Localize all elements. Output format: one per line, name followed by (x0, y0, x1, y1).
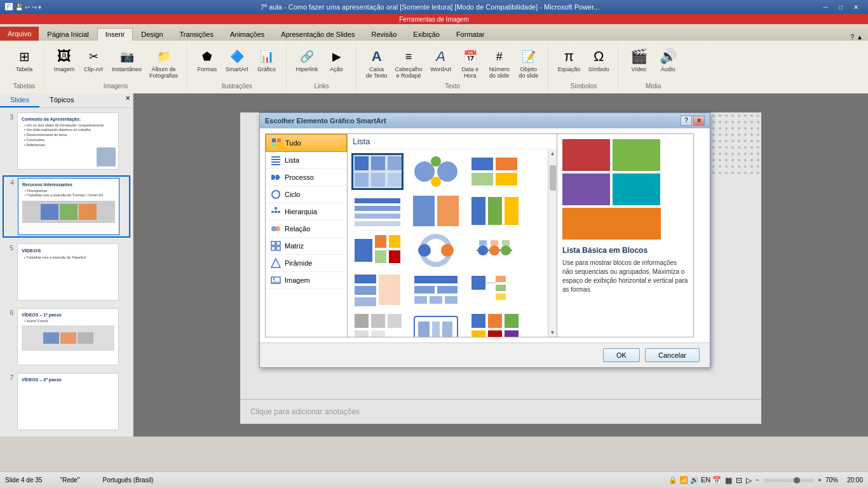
grid-item[interactable] (351, 311, 403, 337)
slide-item[interactable]: 3 Conteúdo da Apresentação: • Um ou dois… (3, 111, 130, 172)
tab-inserir[interactable]: Inserir (97, 28, 133, 41)
category-item-ciclo[interactable]: Ciclo (266, 186, 347, 203)
hiperlink-icon: 🔗 (297, 46, 317, 67)
slide-thumb: VÍDEOS – 2º passo (17, 373, 119, 430)
category-item-processo[interactable]: Processo (266, 169, 347, 186)
minimize-button[interactable]: ─ (818, 2, 832, 12)
svg-rect-78 (445, 296, 458, 304)
svg-marker-13 (278, 175, 280, 180)
button-objeto[interactable]: 📝 Objetodo slide (515, 44, 543, 81)
scroll-thumb[interactable] (550, 165, 556, 191)
quick-access[interactable]: 💾 ↩ ↪ ▾ (15, 4, 41, 11)
slide-item[interactable]: 6 VÍDEOS – 1º passo • Inserir 'Forma' (3, 306, 130, 367)
grid-item[interactable] (351, 271, 403, 308)
slide-item[interactable]: 7 VÍDEOS – 2º passo (3, 371, 130, 432)
close-button[interactable]: ✕ (849, 2, 863, 12)
svg-point-63 (478, 245, 488, 255)
button-audio[interactable]: 🔊 Áudio (654, 44, 682, 75)
button-video[interactable]: 🎬 Vídeo (625, 44, 653, 75)
cancel-button[interactable]: Cancelar (645, 348, 700, 362)
category-list: Tudo Lista Processo (265, 133, 348, 337)
category-item-matriz[interactable]: Matriz (266, 238, 347, 255)
midia-items: 🎬 Vídeo 🔊 Áudio (625, 44, 682, 81)
dialog-help-button[interactable]: ? (681, 116, 692, 126)
tab-design[interactable]: Design (133, 28, 171, 41)
button-simbolo[interactable]: Ω Símbolo (585, 44, 613, 75)
zoom-in[interactable]: + (818, 477, 822, 484)
grid-item[interactable] (410, 193, 462, 229)
data-hora-icon: 📅 (460, 46, 480, 67)
grid-item[interactable] (468, 271, 520, 308)
slide-item[interactable]: 5 VÍDEOS • Trabalhar com a inserção de '… (3, 241, 130, 302)
tab-formatar[interactable]: Formatar (448, 28, 493, 41)
grid-item[interactable] (351, 232, 403, 269)
time-display: 20:00 (847, 477, 863, 484)
svg-rect-18 (275, 211, 277, 213)
panel-close[interactable]: ✕ (123, 93, 133, 107)
button-smartart[interactable]: 🔷 SmartArt (222, 44, 252, 75)
maximize-button[interactable]: □ (834, 2, 848, 12)
button-wordart[interactable]: A WordArt (427, 44, 455, 75)
button-hiperlink[interactable]: 🔗 Hiperlink (293, 44, 322, 75)
tab-slides[interactable]: Slides (0, 93, 39, 107)
tab-exibicao[interactable]: Exibição (405, 28, 448, 41)
tab-revisao[interactable]: Revisão (363, 28, 405, 41)
grid-item[interactable] (351, 193, 403, 229)
slide-item[interactable]: 4 Recursos Interessantes • Fluxogramas •… (3, 175, 130, 238)
category-item-hierarquia[interactable]: Hierarquia (266, 203, 347, 220)
tab-arquivo[interactable]: Arquivo (0, 27, 39, 41)
theme-info: "Rede" (60, 477, 79, 484)
grid-item[interactable] (468, 193, 520, 229)
button-tabela[interactable]: ⊞ Tabela (10, 44, 38, 75)
button-formas[interactable]: ⬟ Formas (193, 44, 221, 75)
grid-item[interactable] (468, 311, 520, 337)
slide-title: Recursos Interessantes (22, 182, 115, 187)
smartart-icon: 🔷 (227, 46, 247, 67)
button-clipart[interactable]: ✂ Clip-Art (79, 44, 107, 75)
grid-item[interactable] (410, 311, 462, 337)
category-item-tudo[interactable]: Tudo (266, 134, 347, 152)
preview-shapes (562, 139, 688, 240)
view-normal[interactable]: ▦ (725, 476, 732, 485)
ribbon-expand[interactable]: ▲ (857, 34, 863, 41)
button-imagem[interactable]: 🖼 Imagem (50, 44, 78, 75)
view-slide[interactable]: ⊡ (736, 476, 742, 485)
grid-item[interactable] (351, 153, 403, 190)
button-acao[interactable]: ▶ Ação (323, 44, 351, 75)
grid-item[interactable] (410, 232, 462, 269)
button-grafico[interactable]: 📊 Gráfico (253, 44, 281, 75)
button-numero-slide[interactable]: # Númerodo slide (485, 44, 513, 81)
view-presentation[interactable]: ▷ (746, 476, 752, 485)
ribbon-help[interactable]: ? (851, 34, 855, 41)
tab-topicos[interactable]: Tópicos (39, 93, 85, 107)
tab-apresentacao[interactable]: Apresentação de Slides (273, 28, 363, 41)
button-data-hora[interactable]: 📅 Data eHora (456, 44, 484, 81)
category-item-lista[interactable]: Lista (266, 152, 347, 169)
tab-transicoes[interactable]: Transições (172, 28, 222, 41)
grid-item[interactable] (468, 153, 520, 190)
tab-pagina-inicial[interactable]: Página Inicial (39, 28, 97, 41)
zoom-slider[interactable] (763, 478, 814, 482)
grid-item[interactable] (468, 232, 520, 269)
scroll-down[interactable]: ▼ (548, 329, 557, 337)
tab-animacoes[interactable]: Animações (222, 28, 273, 41)
svg-rect-56 (375, 250, 386, 263)
scroll-up[interactable]: ▲ (548, 149, 557, 158)
grid-item[interactable] (410, 271, 462, 308)
button-cabecalho[interactable]: ≡ Cabeçalhoe Rodapé (392, 44, 426, 81)
ok-button[interactable]: OK (603, 348, 640, 362)
button-instantaneo[interactable]: 📷 Instantâneo (109, 44, 145, 75)
svg-point-22 (275, 226, 280, 231)
category-label: Matriz (285, 242, 304, 250)
zoom-out[interactable]: − (756, 477, 759, 484)
slides-list: 3 Conteúdo da Apresentação: • Um ou dois… (0, 108, 133, 437)
category-item-piramide[interactable]: Pirâmide (266, 255, 347, 272)
button-caixa-texto[interactable]: A Caixade Texto (363, 44, 391, 81)
grid-item[interactable] (410, 153, 462, 190)
dialog-close-button[interactable]: ✕ (693, 116, 705, 126)
button-equacao[interactable]: π Equação (555, 44, 584, 75)
ribbon-group-midia: 🎬 Vídeo 🔊 Áudio Mídia (620, 43, 687, 91)
button-album[interactable]: 📁 Álbum deFotografias (146, 44, 181, 81)
category-item-relacao[interactable]: Relação (266, 220, 347, 238)
category-item-imagem[interactable]: Imagem (266, 272, 347, 289)
